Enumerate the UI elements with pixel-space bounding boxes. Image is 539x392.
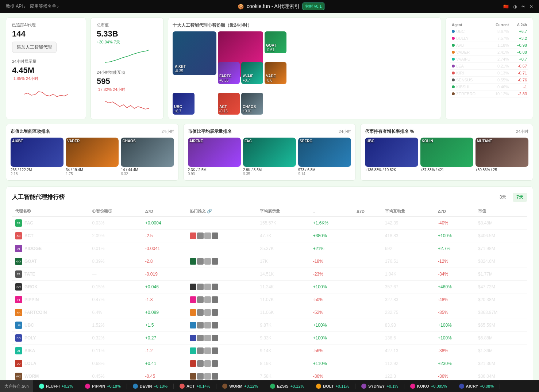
tile-vvaif[interactable]: VVAIF +0.7	[241, 62, 263, 84]
agent-name-cell[interactable]: PO POLY	[12, 332, 89, 345]
senti-agent-name[interactable]: VADER	[450, 49, 487, 56]
senti-current: 0.13%	[487, 70, 510, 77]
tile-fartc[interactable]: FARTC +0.55	[218, 62, 240, 84]
ticker-item[interactable]: EZSIS +0.12%	[264, 384, 310, 389]
tile-vvaif-name: VVAIF	[243, 74, 262, 78]
delta7d-cell: +0.41	[142, 357, 187, 370]
theme-toggle[interactable]: ◑	[513, 4, 517, 9]
ticker-bar: 大户持仓 Δ6h FLUFFI +0.2% PIPPIN +0.18% DEVI…	[0, 380, 539, 392]
ticker-coin: PIPPIN	[92, 384, 105, 388]
period-tabs: 3天 7天	[496, 193, 527, 202]
hot-posts-td	[187, 268, 257, 281]
agent-name-cell[interactable]: AI AIKA	[12, 345, 89, 357]
agent-name-cell[interactable]: AC ACT	[12, 230, 89, 242]
ranking-item-stat1: 266 / 122.2M	[11, 168, 63, 172]
ticker-item[interactable]: DEVIN +0.18%	[127, 384, 174, 389]
ticker-item[interactable]: ACT +0.14%	[174, 384, 216, 389]
hot-posts-cell	[190, 284, 254, 290]
senti-agent-name[interactable]: ZEREBRO	[450, 91, 487, 97]
ranking-item-sub: 0.35	[243, 172, 296, 176]
th-delta7d-3[interactable]: Δ7D	[435, 206, 475, 216]
senti-agent-name[interactable]: KIRI	[450, 70, 487, 77]
agent-name-cell[interactable]: FA FARTCOIN	[12, 306, 89, 319]
ranking-item-sub: 0.93	[188, 172, 241, 176]
market-cap-card: 总市值 5.33B +30.04% 7天 24小时智能互动 595 -17.82…	[91, 18, 163, 119]
tab-7d[interactable]: 7天	[513, 193, 527, 202]
ranking-item[interactable]: MUTANT +30.86% / 25	[476, 138, 528, 172]
hot-posts-cell	[190, 373, 254, 380]
senti-agent-name[interactable]: LEA	[450, 63, 487, 70]
ranking-item[interactable]: FAC 2.9K / 8.5M 0.35	[243, 138, 296, 176]
senti-current: 10.12%	[487, 91, 510, 97]
senti-row: SENSUS 0.55% -0.76	[450, 77, 528, 84]
nav-app-list[interactable]: 应用等候名单 ›	[30, 3, 59, 9]
senti-agent-name[interactable]: VVAIFU	[450, 56, 487, 63]
senti-agent-name[interactable]: KIBSHI	[450, 84, 487, 91]
th-market-cap[interactable]: 市值	[475, 206, 527, 216]
add-agent-button[interactable]: 添加人工智能代理	[12, 42, 57, 53]
hot-posts-cell	[190, 335, 254, 341]
senti-current: 7.57%	[487, 35, 510, 42]
ticker-item[interactable]: PIPPIN +0.18%	[79, 384, 127, 389]
agent-name-cell[interactable]: GR GROK	[12, 281, 89, 293]
agent-name-cell[interactable]: TA TATE	[12, 268, 89, 281]
ticker-item[interactable]: SYDNEY +0.1%	[355, 384, 404, 389]
tile-vader-name: VADE	[266, 74, 285, 78]
avg-impressions-cell: 25.37K	[257, 242, 310, 255]
delta7d-imp-cell: +100%	[310, 332, 354, 345]
th-delta7d[interactable]: Δ7D	[142, 206, 187, 216]
th-name[interactable]: 代理名称	[12, 206, 89, 216]
senti-delta: +6.7	[510, 28, 528, 35]
market-cap-cell: $71.98M	[475, 242, 527, 255]
tile-act[interactable]: ACT -0.15	[218, 93, 240, 115]
ranking-item[interactable]: UBC +136.83% / 10.82K	[365, 138, 418, 172]
ranking-item[interactable]: VADER 34 / 19.4M 1.75	[66, 138, 119, 176]
senti-agent-name[interactable]: BULLY	[450, 35, 487, 42]
th-avg-interactions[interactable]: 平均互动量	[382, 206, 435, 216]
ticker-item[interactable]: KOKO +0.085%	[404, 384, 453, 389]
ranking-item[interactable]: KOLIN +37.83% / 421	[420, 138, 473, 172]
tile-ubc[interactable]: UBC +6.7	[173, 93, 195, 115]
senti-delta: -0.76	[510, 77, 528, 84]
ticker-change: +0.2%	[62, 384, 73, 388]
th-sentiment[interactable]: 心智份额①	[89, 206, 142, 216]
sun-icon[interactable]: ☀	[521, 4, 525, 9]
tab-3d[interactable]: 3天	[496, 193, 510, 202]
table-row: AI AIKA 0.11% -1.2 9.14K -56% 427.13 -38…	[12, 345, 527, 357]
tile-aixbt[interactable]: AIXBT -0.35	[173, 31, 216, 75]
th-hot-posts[interactable]: 热门推文 🔗	[187, 206, 257, 216]
agent-name-cell[interactable]: UB UBC	[12, 319, 89, 332]
agent-name-cell[interactable]: LO LOLA	[12, 357, 89, 370]
agent-name-cell[interactable]: PI PIPPIN	[12, 293, 89, 306]
ticker-item[interactable]: FLUFFI +0.2%	[33, 384, 79, 389]
th-avg-impressions[interactable]: 平均展示量	[257, 206, 310, 216]
agent-name: POLY	[24, 335, 36, 341]
tile-vader[interactable]: VADE -0.6	[265, 62, 286, 84]
senti-agent-name[interactable]: SENSUS	[450, 77, 487, 84]
th-delta7d-2[interactable]: Δ7D	[354, 206, 382, 216]
ticker-item[interactable]: WORM +0.12%	[216, 384, 264, 389]
ranking-item[interactable]: AIRENE 2.3K / 2.5M 0.93	[188, 138, 241, 176]
tile-chaos[interactable]: CHAOS +0.01	[241, 93, 263, 115]
sentiment-cell: 8.39%	[89, 255, 142, 268]
ticker-item[interactable]: AICRY +0.08%	[453, 384, 500, 389]
agent-name-cell[interactable]: FA FAC	[12, 216, 89, 230]
th-sort-icon[interactable]: ↓	[310, 206, 354, 216]
tile-goat[interactable]: GOAT -0.61	[265, 31, 286, 53]
ticker-content: FLUFFI +0.2% PIPPIN +0.18% DEVIN +0.18% …	[33, 384, 539, 389]
agent-name-cell[interactable]: GO GOAT	[12, 255, 89, 268]
ticker-change: +0.08%	[480, 384, 494, 388]
placeholder-cell	[354, 255, 382, 268]
senti-agent-name[interactable]: AVB	[450, 42, 487, 49]
delta7d-cell: +0.089	[142, 306, 187, 319]
close-icon[interactable]: ✕	[530, 4, 533, 9]
nav-data-api[interactable]: 数据 API ›	[6, 3, 26, 9]
ticker-item[interactable]: BOLT +0.11%	[310, 384, 355, 389]
ranking-item[interactable]: CHAOS 14 / 44.4M 0.32	[121, 138, 174, 176]
ranking-item[interactable]: AIXBT 266 / 122.2M 2.18	[11, 138, 63, 176]
senti-agent-name[interactable]: UBC	[450, 28, 487, 35]
interactions-value: 595	[97, 77, 157, 86]
market-cap-cell: $824.6M	[475, 255, 527, 268]
agent-name-cell[interactable]: AI AIDOGE	[12, 242, 89, 255]
ranking-item[interactable]: SPERG 973 / 6.8M 0.14	[298, 138, 351, 176]
